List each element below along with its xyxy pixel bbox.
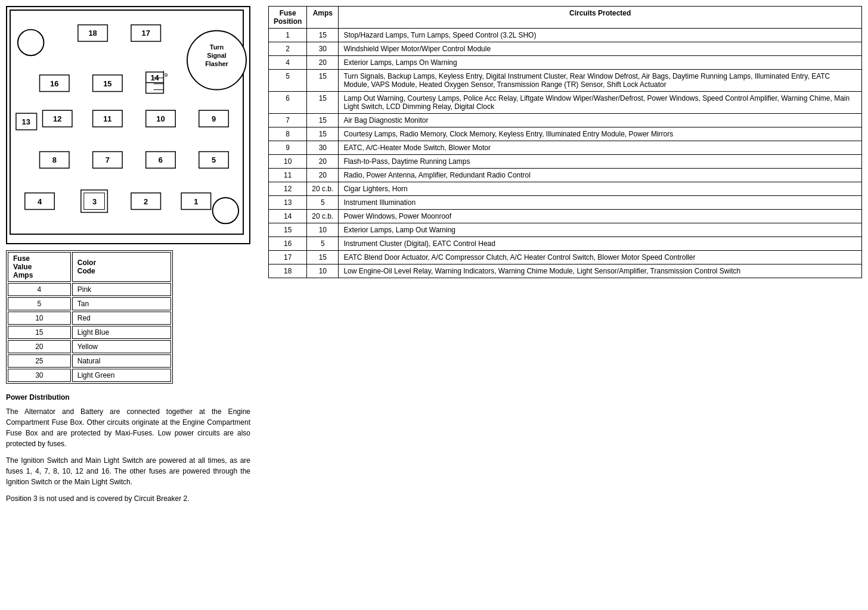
fuse-amp-value: 25 xyxy=(8,354,71,368)
circuits-header: Circuits Protected xyxy=(339,7,862,29)
color-table-row: 25Natural xyxy=(8,354,171,368)
svg-text:1: 1 xyxy=(194,197,198,206)
fuse-position-header: FusePosition xyxy=(269,7,307,29)
fuse-amps: 15 xyxy=(307,251,339,264)
fuse-table-row: 615Lamp Out Warning, Courtesy Lamps, Pol… xyxy=(269,92,862,114)
fuse-position: 9 xyxy=(269,141,307,155)
fuse-position: 5 xyxy=(269,70,307,92)
fuse-position: 10 xyxy=(269,155,307,169)
fuse-position: 16 xyxy=(269,237,307,251)
circuits-protected: Exterior Lamps, Lamp Out Warning xyxy=(339,223,862,237)
circuits-protected: Flash-to-Pass, Daytime Running Lamps xyxy=(339,155,862,169)
fuse-position: 2 xyxy=(269,42,307,56)
fuse-amps: 20 xyxy=(307,169,339,182)
color-name: Tan xyxy=(72,297,171,310)
circuits-protected: Windshield Wiper Motor/Wiper Control Mod… xyxy=(339,42,862,56)
fuse-position: 13 xyxy=(269,196,307,210)
fuse-table-row: 515Turn Signals, Backup Lamps, Keyless E… xyxy=(269,70,862,92)
fuse-position: 4 xyxy=(269,56,307,70)
power-distribution-para3: Position 3 is not used and is covered by… xyxy=(6,493,250,504)
circuits-protected: Stop/Hazard Lamps, Turn Lamps, Speed Con… xyxy=(339,29,862,42)
fuse-amps: 20 xyxy=(307,56,339,70)
color-table-row: 15Light Blue xyxy=(8,326,171,339)
color-name: Red xyxy=(72,312,171,325)
circuits-protected: Turn Signals, Backup Lamps, Keyless Entr… xyxy=(339,70,862,92)
svg-text:14: 14 xyxy=(150,73,159,82)
fuse-amps: 15 xyxy=(307,114,339,127)
fuse-position: 7 xyxy=(269,114,307,127)
fuse-table-row: 1715EATC Blend Door Actuator, A/C Compre… xyxy=(269,251,862,264)
fuse-position: 8 xyxy=(269,127,307,141)
color-name: Light Green xyxy=(72,369,171,382)
circuits-protected: Courtesy Lamps, Radio Memory, Clock Memo… xyxy=(339,127,862,141)
svg-text:6: 6 xyxy=(159,155,163,164)
fuse-table-row: 930EATC, A/C-Heater Mode Switch, Blower … xyxy=(269,141,862,155)
fuse-amp-value: 10 xyxy=(8,312,71,325)
svg-text:3: 3 xyxy=(92,197,97,206)
fuse-diagram-svg: Turn Signal Flasher C219 18 17 16 xyxy=(7,7,249,243)
svg-text:16: 16 xyxy=(50,79,58,88)
fuse-diagram: Turn Signal Flasher C219 18 17 16 xyxy=(6,6,250,244)
color-table-row: 5Tan xyxy=(8,297,171,310)
fuse-amp-value: 5 xyxy=(8,297,71,310)
fuse-position: 6 xyxy=(269,92,307,114)
svg-text:17: 17 xyxy=(142,29,150,38)
color-table-row: 10Red xyxy=(8,312,171,325)
fuse-position: 1 xyxy=(269,29,307,42)
color-table-row: 30Light Green xyxy=(8,369,171,382)
circuits-protected: Cigar Lighters, Horn xyxy=(339,182,862,196)
svg-text:10: 10 xyxy=(156,114,165,123)
fuse-amp-value: 15 xyxy=(8,326,71,339)
fuse-table-row: 715Air Bag Diagnostic Monitor xyxy=(269,114,862,127)
fuse-value-header: FuseValueAmps xyxy=(8,252,71,282)
svg-text:Signal: Signal xyxy=(207,52,227,59)
circuits-protected: Air Bag Diagnostic Monitor xyxy=(339,114,862,127)
fuse-table-row: 1510Exterior Lamps, Lamp Out Warning xyxy=(269,223,862,237)
fuse-amp-value: 4 xyxy=(8,283,71,296)
fuse-amps: 15 xyxy=(307,29,339,42)
circuits-protected: EATC, A/C-Heater Mode Switch, Blower Mot… xyxy=(339,141,862,155)
color-code-header: ColorCode xyxy=(72,252,171,282)
color-name: Natural xyxy=(72,354,171,368)
circuits-protected: EATC Blend Door Actuator, A/C Compressor… xyxy=(339,251,862,264)
svg-point-1 xyxy=(18,30,44,56)
svg-text:15: 15 xyxy=(103,79,111,88)
fuse-amps: 5 xyxy=(307,237,339,251)
svg-text:Flasher: Flasher xyxy=(205,60,228,67)
fuse-amps: 10 xyxy=(307,223,339,237)
fuse-table-row: 1020Flash-to-Pass, Daytime Running Lamps xyxy=(269,155,862,169)
svg-text:13: 13 xyxy=(22,117,30,126)
power-distribution-para2: The Ignition Switch and Main Light Switc… xyxy=(6,455,250,487)
svg-text:9: 9 xyxy=(212,114,216,123)
fuse-amps: 15 xyxy=(307,92,339,114)
fuse-amp-value: 20 xyxy=(8,340,71,353)
fuse-amps: 30 xyxy=(307,141,339,155)
svg-text:8: 8 xyxy=(52,155,57,164)
color-code-table: FuseValueAmps ColorCode 4Pink5Tan10Red15… xyxy=(6,250,173,384)
fuse-position: 14 xyxy=(269,210,307,223)
color-table-row: 20Yellow xyxy=(8,340,171,353)
circuits-protected: Low Engine-Oil Level Relay, Warning Indi… xyxy=(339,264,862,278)
svg-text:4: 4 xyxy=(38,197,42,206)
circuits-protected: Power Windows, Power Moonroof xyxy=(339,210,862,223)
fuse-position: 15 xyxy=(269,223,307,237)
fuse-amps: 15 xyxy=(307,127,339,141)
fuse-amps: 5 xyxy=(307,196,339,210)
fuse-amps: 30 xyxy=(307,42,339,56)
fuse-amps: 15 xyxy=(307,70,339,92)
svg-text:18: 18 xyxy=(88,29,97,38)
fuse-position: 17 xyxy=(269,251,307,264)
fuse-amps: 20 c.b. xyxy=(307,210,339,223)
fuse-table-row: 815Courtesy Lamps, Radio Memory, Clock M… xyxy=(269,127,862,141)
fuse-table-row: 1220 c.b.Cigar Lighters, Horn xyxy=(269,182,862,196)
circuits-protected: Exterior Lamps, Lamps On Warning xyxy=(339,56,862,70)
svg-point-36 xyxy=(213,198,239,224)
fuse-table-row: 165Instrument Cluster (Digital), EATC Co… xyxy=(269,237,862,251)
fuse-position: 11 xyxy=(269,169,307,182)
main-container: Turn Signal Flasher C219 18 17 16 xyxy=(0,0,868,516)
color-name: Yellow xyxy=(72,340,171,353)
fuse-amps: 10 xyxy=(307,264,339,278)
svg-text:7: 7 xyxy=(106,155,110,164)
right-panel: FusePosition Amps Circuits Protected 115… xyxy=(268,6,862,510)
fuse-table-row: 420Exterior Lamps, Lamps On Warning xyxy=(269,56,862,70)
